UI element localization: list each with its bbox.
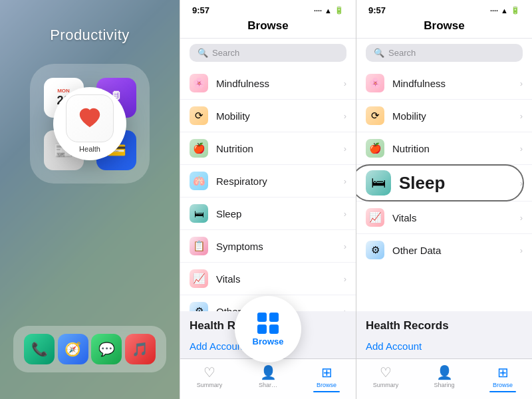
nutrition-icon-r: 🍎 bbox=[366, 139, 384, 158]
search-input-middle[interactable]: 🔍 Search bbox=[190, 44, 346, 62]
tab-browse-middle[interactable]: ⊞ Browse bbox=[297, 363, 356, 394]
list-item-mindfulness[interactable]: 🌸 Mindfulness › bbox=[180, 67, 356, 100]
list-item-other-r[interactable]: ⚙ Other Data › bbox=[356, 234, 532, 266]
chevron-sleep-r: › bbox=[520, 178, 523, 188]
wifi-icon-right: ▲ bbox=[501, 7, 508, 15]
nutrition-label: Nutrition bbox=[216, 143, 344, 154]
browse-dot-4 bbox=[269, 325, 279, 334]
mindfulness-icon: 🌸 bbox=[190, 74, 208, 92]
home-screen: Productivity MON 20 🎙 📰 💳 Health bbox=[0, 0, 180, 399]
health-records-title-right: Health Records bbox=[366, 319, 523, 332]
health-app-icon[interactable]: Health bbox=[53, 87, 126, 160]
sleep-icon: 🛏 bbox=[190, 204, 208, 223]
tab-sharing-middle[interactable]: 👤 Shar… bbox=[239, 363, 297, 394]
tab-browse-right[interactable]: ⊞ Browse bbox=[473, 363, 532, 394]
status-icons-middle: ···· ▲ 🔋 bbox=[314, 6, 344, 15]
search-placeholder-middle: Search bbox=[212, 48, 239, 58]
chevron-sleep: › bbox=[344, 209, 346, 219]
summary-label-right: Summary bbox=[373, 382, 399, 388]
vitals-icon-r: 📈 bbox=[366, 208, 384, 227]
mobility-icon: ⟳ bbox=[190, 106, 208, 125]
middle-panel: 9:57 ···· ▲ 🔋 Browse 🔍 Search 🌸 Mindfuln… bbox=[180, 0, 356, 399]
tab-summary-middle[interactable]: ♡ Summary bbox=[180, 363, 239, 394]
tab-indicator-middle bbox=[313, 391, 340, 392]
vitals-icon: 📈 bbox=[190, 269, 208, 288]
list-item-sleep[interactable]: 🛏 Sleep › bbox=[180, 198, 356, 230]
summary-icon-right: ♡ bbox=[380, 364, 392, 380]
other-icon-r: ⚙ bbox=[366, 241, 384, 259]
browse-dot-1 bbox=[257, 313, 267, 322]
browse-dot-2 bbox=[269, 313, 279, 322]
chevron-mobility-r: › bbox=[520, 111, 523, 121]
tab-bar-right: ♡ Summary 👤 Sharing ⊞ Browse bbox=[356, 358, 532, 399]
tab-bar-middle: ♡ Summary 👤 Shar… ⊞ Browse bbox=[180, 358, 356, 399]
tab-summary-right[interactable]: ♡ Summary bbox=[356, 363, 415, 394]
heart-icon bbox=[77, 106, 102, 131]
list-item-nutrition[interactable]: 🍎 Nutrition › bbox=[180, 132, 356, 165]
battery-icon: 🔋 bbox=[334, 6, 344, 15]
respiratory-label: Respiratory bbox=[216, 176, 344, 187]
other-label-r: Other Data bbox=[392, 245, 520, 256]
health-icon-background bbox=[66, 94, 114, 142]
home-title: Productivity bbox=[50, 27, 130, 44]
chevron-symptoms: › bbox=[344, 241, 346, 251]
list-item-sleep-r[interactable]: 🛏 Sleep › bbox=[356, 165, 532, 201]
list-item-respiratory[interactable]: 🫁 Respiratory › bbox=[180, 165, 356, 198]
search-icon-middle: 🔍 bbox=[198, 48, 208, 58]
chevron-mindfulness-r: › bbox=[520, 78, 523, 88]
browse-dot-3 bbox=[257, 325, 267, 334]
search-input-right[interactable]: 🔍 Search bbox=[366, 44, 523, 62]
chevron-mindfulness: › bbox=[344, 78, 346, 88]
symptoms-label: Symptoms bbox=[216, 241, 344, 252]
symptoms-icon: 📋 bbox=[190, 237, 208, 255]
list-item-vitals-r[interactable]: 📈 Vitals › bbox=[356, 201, 532, 234]
list-item-symptoms[interactable]: 📋 Symptoms › bbox=[180, 230, 356, 263]
search-icon-right: 🔍 bbox=[374, 48, 384, 58]
health-app-label: Health bbox=[79, 145, 100, 153]
chevron-nutrition-r: › bbox=[520, 144, 523, 154]
mobility-icon-r: ⟳ bbox=[366, 106, 384, 125]
list-item-vitals[interactable]: 📈 Vitals › bbox=[180, 263, 356, 295]
mindfulness-icon-r: 🌸 bbox=[366, 74, 384, 92]
list-item-mobility-r[interactable]: ⟳ Mobility › bbox=[356, 100, 532, 132]
nutrition-icon: 🍎 bbox=[190, 139, 208, 158]
health-list-middle: 🌸 Mindfulness › ⟳ Mobility › 🍎 Nutrition… bbox=[180, 67, 356, 311]
chevron-mobility: › bbox=[344, 111, 346, 121]
browse-label-middle: Browse bbox=[317, 382, 336, 388]
chevron-nutrition: › bbox=[344, 144, 346, 154]
browse-grid-icon bbox=[257, 313, 279, 334]
right-panel: 9:57 ···· ▲ 🔋 Browse 🔍 Search 🌸 Mindfuln… bbox=[356, 0, 532, 399]
sleep-icon-r: 🛏 bbox=[366, 170, 391, 196]
folder-container: MON 20 🎙 📰 💳 Health bbox=[30, 64, 150, 184]
respiratory-icon: 🫁 bbox=[190, 172, 208, 190]
chevron-respiratory: › bbox=[344, 176, 346, 186]
sharing-icon-right: 👤 bbox=[436, 364, 453, 380]
tab-sharing-right[interactable]: 👤 Sharing bbox=[415, 363, 473, 394]
browse-circle-popup: Browse bbox=[235, 296, 301, 362]
list-item-nutrition-r[interactable]: 🍎 Nutrition › bbox=[356, 132, 532, 165]
browse-circle-text: Browse bbox=[253, 336, 284, 346]
browse-icon-right: ⊞ bbox=[497, 364, 509, 380]
list-item-mobility[interactable]: ⟳ Mobility › bbox=[180, 100, 356, 132]
mindfulness-label: Mindfulness bbox=[216, 78, 344, 89]
sleep-label-big: Sleep bbox=[399, 173, 445, 194]
add-account-link-right[interactable]: Add Account bbox=[366, 336, 523, 356]
signal-icon-right: ···· bbox=[490, 7, 498, 15]
list-item-mindfulness-r[interactable]: 🌸 Mindfulness › bbox=[356, 67, 532, 100]
health-list-right: 🌸 Mindfulness › ⟳ Mobility › 🍎 Nutrition… bbox=[356, 67, 532, 311]
browse-header-right: Browse bbox=[356, 17, 532, 39]
nutrition-label-r: Nutrition bbox=[392, 143, 520, 154]
status-icons-right: ···· ▲ 🔋 bbox=[490, 6, 520, 15]
wifi-icon: ▲ bbox=[325, 7, 332, 15]
chevron-other: › bbox=[344, 307, 346, 312]
search-placeholder-right: Search bbox=[388, 48, 416, 58]
status-bar-middle: 9:57 ···· ▲ 🔋 bbox=[180, 0, 356, 17]
chevron-vitals-r: › bbox=[520, 213, 523, 223]
mindfulness-label-r: Mindfulness bbox=[392, 78, 520, 89]
status-bar-right: 9:57 ···· ▲ 🔋 bbox=[356, 0, 532, 17]
sharing-icon-middle: 👤 bbox=[260, 364, 277, 380]
sharing-label-right: Sharing bbox=[434, 382, 454, 388]
browse-icon-middle: ⊞ bbox=[321, 364, 332, 380]
search-bar-right: 🔍 Search bbox=[356, 39, 532, 67]
time-middle: 9:57 bbox=[192, 5, 209, 15]
